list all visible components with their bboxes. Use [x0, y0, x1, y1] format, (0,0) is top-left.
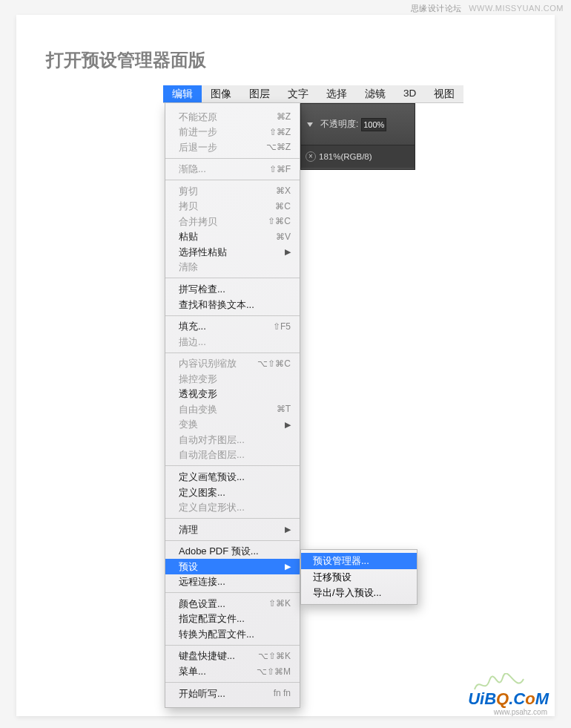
menu-item-label: 定义自定形状... [179, 501, 245, 514]
submenu-item[interactable]: 迁移预设 [301, 569, 417, 586]
menu-item: 清除 [165, 260, 300, 275]
menu-item-label: 键盘快捷键... [179, 649, 235, 663]
menubar-item-0[interactable]: 编辑 [163, 85, 202, 102]
menu-item-label: 操控变形 [179, 373, 217, 386]
menu-item[interactable]: 菜单...⌥⇧⌘M [165, 664, 300, 680]
logo-part-2: Q [496, 689, 509, 708]
submenu-item[interactable]: 预设管理器... [301, 553, 417, 569]
menu-item-shortcut: ⇧⌘K [268, 597, 291, 609]
menu-item-shortcut: ⌘V [276, 231, 291, 243]
menu-item: 自动混合图层... [165, 447, 300, 463]
watermark-text-2: WWW.MISSYUAN.COM [469, 4, 564, 13]
menu-item[interactable]: Adobe PDF 预设... [165, 544, 300, 560]
menu-item[interactable]: 颜色设置...⇧⌘K [165, 596, 300, 611]
menubar-item-7[interactable]: 视图 [425, 85, 463, 102]
menu-item-label: 转换为配置文件... [179, 628, 254, 641]
menu-item-label: 后退一步 [179, 141, 217, 154]
menu-item-label: 自由变换 [179, 403, 217, 416]
options-row: 不透明度: 100% [301, 104, 415, 145]
edit-menu-dropdown: 不能还原⌘Z前进一步⇧⌘Z后退一步⌥⌘Z渐隐...⇧⌘F剪切⌘X拷贝⌘C合并拷贝… [165, 103, 300, 708]
menu-item-label: Adobe PDF 预设... [179, 545, 259, 558]
logo-part-3: .C [509, 689, 525, 708]
close-icon[interactable]: × [306, 151, 316, 162]
menubar-item-2[interactable]: 图层 [240, 85, 279, 102]
menu-item: 自由变换⌘T [165, 401, 300, 417]
menu-item-label: 前进一步 [179, 125, 217, 139]
presets-submenu: 预设管理器...迁移预设导出/导入预设... [300, 549, 417, 605]
document-tab-row: × 181%(RGB/8) [301, 145, 415, 168]
menu-item[interactable]: 键盘快捷键...⌥⇧⌘K [165, 649, 300, 664]
menu-item: 变换▶ [165, 417, 300, 433]
menu-item-shortcut: ⌥⇧⌘C [257, 358, 291, 370]
menu-item-label: 内容识别缩放 [179, 357, 237, 370]
menu-item-label: 粘贴 [179, 230, 198, 243]
menu-item[interactable]: 查找和替换文本... [165, 297, 300, 312]
menubar-item-6[interactable]: 3D [395, 85, 425, 102]
menu-item[interactable]: 填充...⇧F5 [165, 319, 300, 335]
submenu-item[interactable]: 导出/导入预设... [301, 585, 417, 601]
menu-item-label: 不能还原 [179, 111, 217, 124]
menu-item: 描边... [165, 334, 300, 350]
menu-item-label: 清除 [179, 260, 198, 274]
menu-item-label: 定义图案... [179, 486, 225, 499]
menubar-item-1[interactable]: 图像 [202, 85, 240, 102]
menu-item-label: 变换 [179, 418, 198, 431]
menu-item: 渐隐...⇧⌘F [165, 162, 300, 177]
menu-item[interactable]: 定义图案... [165, 485, 300, 500]
menu-item-label: 菜单... [179, 665, 206, 678]
menu-item: 剪切⌘X [165, 183, 300, 199]
menubar-item-3[interactable]: 文字 [279, 85, 317, 102]
submenu-arrow-icon: ▶ [285, 246, 291, 258]
menu-item-label: 自动对齐图层... [179, 433, 245, 447]
menu-item: 自动对齐图层... [165, 432, 300, 447]
menu-item[interactable]: 透视变形 [165, 387, 300, 402]
opacity-field[interactable]: 100% [361, 118, 386, 131]
menu-item-label: 指定配置文件... [179, 612, 245, 626]
menu-item: 前进一步⇧⌘Z [165, 125, 300, 140]
submenu-arrow-icon: ▶ [285, 524, 291, 535]
menu-item-shortcut: ⇧⌘Z [269, 126, 291, 138]
menu-item-label: 透视变形 [179, 387, 217, 401]
logo-part-5: M [535, 689, 549, 708]
menu-item-label: 填充... [179, 320, 206, 333]
menu-item-label: 渐隐... [179, 163, 206, 176]
menu-item-label: 开始听写... [179, 687, 225, 701]
menu-item-shortcut: ⇧F5 [273, 321, 291, 332]
menu-item-label: 合并拷贝 [179, 215, 217, 229]
menu-item-label: 自动混合图层... [179, 448, 245, 462]
menu-item: 操控变形 [165, 371, 300, 387]
menu-item-shortcut: ⇧⌘F [269, 163, 291, 175]
menu-item[interactable]: 清理▶ [165, 522, 300, 537]
menu-item: 后退一步⌥⌘Z [165, 140, 300, 155]
document-tab-label[interactable]: 181%(RGB/8) [319, 152, 372, 161]
menu-item[interactable]: 拼写检查... [165, 281, 300, 297]
menu-item[interactable]: 指定配置文件... [165, 611, 300, 627]
content-card: 打开预设管理器面版 不透明度: 100% × 181%(RGB/8) 编辑图像图… [16, 15, 555, 716]
menu-item-label: 清理 [179, 523, 198, 537]
menu-item-shortcut: ⌘T [277, 403, 291, 415]
menu-item-label: 拼写检查... [179, 283, 225, 296]
menu-item-label: 描边... [179, 335, 206, 349]
menu-item: 内容识别缩放⌥⇧⌘C [165, 356, 300, 372]
menu-item-shortcut: ⇧⌘C [268, 215, 291, 227]
menu-item[interactable]: 开始听写...fn fn [165, 686, 300, 701]
watermark-logo: UiBQ.CoM www.psahz.com [468, 689, 549, 709]
menu-item[interactable]: 预设▶ [165, 559, 300, 574]
menu-item-label: 剪切 [179, 185, 198, 198]
menu-item: 定义自定形状... [165, 500, 300, 516]
menubar-item-5[interactable]: 滤镜 [356, 85, 395, 102]
menu-item[interactable]: 定义画笔预设... [165, 469, 300, 485]
menu-item[interactable]: 远程连接... [165, 574, 300, 590]
menu-item[interactable]: 选择性粘贴▶ [165, 244, 300, 260]
menu-item-label: 定义画笔预设... [179, 470, 245, 484]
menu-item[interactable]: 转换为配置文件... [165, 626, 300, 642]
watermark-top: 思缘设计论坛 WWW.MISSYUAN.COM [411, 3, 564, 14]
submenu-arrow-icon: ▶ [285, 419, 291, 430]
picker-dropdown-icon[interactable] [307, 122, 313, 127]
menubar-item-4[interactable]: 选择 [317, 85, 356, 102]
logo-url: www.psahz.com [494, 708, 547, 716]
menu-item-label: 选择性粘贴 [179, 246, 227, 259]
menu-item[interactable]: 粘贴⌘V [165, 229, 300, 245]
menu-item: 拷贝⌘C [165, 199, 300, 214]
menu-item: 合并拷贝⇧⌘C [165, 214, 300, 229]
